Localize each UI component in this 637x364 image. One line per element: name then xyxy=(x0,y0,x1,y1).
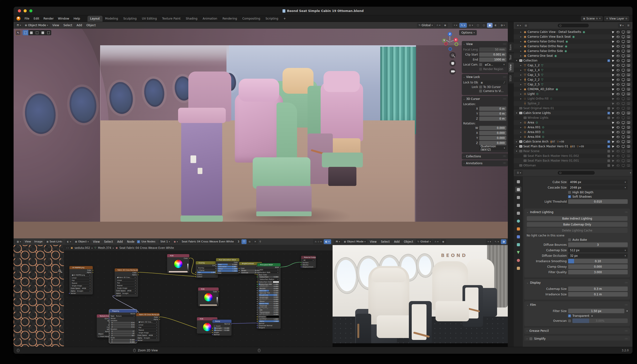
clamp-glossy-field[interactable]: 0.000 xyxy=(568,264,628,269)
disable-render-toggle-icon[interactable] xyxy=(627,93,630,95)
node-dropdown[interactable]: sRGB▾ xyxy=(81,287,91,290)
disable-render-toggle-icon[interactable] xyxy=(627,126,630,128)
gizmo-x-axis[interactable]: X xyxy=(454,38,458,42)
outliner-row[interactable]: ▸◉Camera Cabin View - Detail Seatbelts◉ xyxy=(514,30,632,34)
disable-render-toggle-icon[interactable] xyxy=(627,36,630,38)
input-socket[interactable] xyxy=(256,314,258,315)
value-slider[interactable]: Sheen Tint0.500 xyxy=(259,303,279,305)
zoom-viewport-button[interactable]: + xyxy=(450,52,456,58)
disable-viewport-toggle-icon[interactable] xyxy=(622,69,625,71)
npanel-checkbox-cameratovi[interactable] xyxy=(479,90,482,92)
disable-viewport-toggle-icon[interactable] xyxy=(622,74,625,76)
node-fabric-bump-a[interactable]: ⌄Fabric 02 Cross Bump.pngColorAlpha▣ Fab… xyxy=(114,268,138,297)
output-socket[interactable] xyxy=(218,291,220,292)
node-dropdown[interactable]: Flat▾ xyxy=(138,326,158,328)
cube-size-dropdown[interactable]: 4096 px▾ xyxy=(568,180,628,184)
output-socket[interactable] xyxy=(189,258,190,259)
node-uvmap-texture[interactable]: ⌄UV MAPRR.pngColorAlpha▣ UV MAPRR.png✕Li… xyxy=(69,266,93,295)
light-threshold-field[interactable]: 0.010 xyxy=(568,199,628,204)
npanel-field-z[interactable]: 0 m xyxy=(479,116,506,121)
npanel-field-w[interactable]: 0.000 xyxy=(479,126,506,130)
disable-viewport-toggle-icon[interactable] xyxy=(622,121,625,124)
animate-dot-icon[interactable] xyxy=(592,315,593,316)
transform-orientation[interactable]: ↻Global▾ xyxy=(417,23,434,28)
hide-viewport-toggle-icon[interactable] xyxy=(616,69,620,71)
disable-viewport-toggle-icon[interactable] xyxy=(622,88,625,90)
npanel-checkbox-renderregion[interactable] xyxy=(479,68,482,70)
disable-render-toggle-icon[interactable] xyxy=(627,102,630,105)
render-preview-canvas[interactable]: BEOND xyxy=(332,245,508,347)
hide-viewport-toggle-icon[interactable] xyxy=(616,150,620,152)
viewport-menu-object[interactable]: Object xyxy=(84,24,98,27)
expand-toggle[interactable]: ▸ xyxy=(520,83,522,86)
input-socket[interactable] xyxy=(256,307,258,309)
workspace-tab-shading[interactable]: Shading xyxy=(183,16,200,22)
selectable-toggle-icon[interactable] xyxy=(612,126,615,129)
expand-toggle[interactable]: ▾ xyxy=(515,59,518,62)
node-dropdown[interactable]: Straight▾ xyxy=(121,292,136,294)
image-zoom-gizmo[interactable]: + xyxy=(57,268,62,274)
expand-toggle[interactable]: ▸ xyxy=(520,64,522,66)
cubemap-size-field[interactable]: 0.3 m xyxy=(568,286,628,291)
value-slider[interactable]: Roughness0.900 xyxy=(259,294,279,296)
expand-toggle[interactable]: ▸ xyxy=(520,69,522,71)
gizmos-toggle[interactable]: ↖▾ xyxy=(460,23,467,28)
selectable-toggle-icon[interactable] xyxy=(612,121,615,124)
input-socket[interactable] xyxy=(108,331,110,332)
properties-tab-texture[interactable] xyxy=(515,265,522,271)
workspace-tab-texture-paint[interactable]: Texture Paint xyxy=(160,16,183,22)
properties-tab-object-data[interactable] xyxy=(515,250,522,255)
selectable-toggle-icon[interactable] xyxy=(612,40,615,43)
input-socket[interactable] xyxy=(238,270,240,271)
selectable-toggle-icon[interactable] xyxy=(612,30,615,33)
hide-viewport-toggle-icon[interactable] xyxy=(616,84,620,86)
n-panel-tab-ssgi[interactable]: SSGI xyxy=(508,74,514,84)
expand-toggle[interactable]: ▸ xyxy=(520,98,522,100)
node-material-output[interactable]: ⌄Material OutputAll▾SurfaceVolumeDisplac… xyxy=(301,256,316,268)
value-slider[interactable]: Distance0.100 xyxy=(214,330,230,331)
properties-tab-output[interactable] xyxy=(515,194,522,200)
image-datablock-field[interactable]: ▣ Fabric 02 Cros...✕ xyxy=(116,276,136,278)
proportional-editing-button[interactable]: ◉ xyxy=(440,239,446,244)
collection-exclude-checkbox[interactable]: ✓ xyxy=(608,112,610,114)
input-socket[interactable] xyxy=(212,334,213,336)
node-dropdown[interactable]: Linear▾ xyxy=(71,277,91,279)
value-slider[interactable]: Y0 m xyxy=(110,324,136,326)
value-slider[interactable]: Z0 m xyxy=(110,326,136,328)
input-socket[interactable] xyxy=(108,326,110,328)
value-slider[interactable]: X0 m xyxy=(110,322,136,324)
node-dropdown[interactable]: All▾ xyxy=(302,259,314,261)
node-snapping-group[interactable]: ∩⊹▾ xyxy=(313,239,323,244)
input-socket[interactable] xyxy=(256,274,258,276)
outliner-row[interactable]: ▸⊙Light Ortho Fill⊙ xyxy=(514,96,632,101)
shading-material-button[interactable]: ◐ xyxy=(493,23,498,28)
expand-toggle[interactable]: ▸ xyxy=(520,54,522,57)
value-slider[interactable]: Fac1.000 xyxy=(197,272,216,274)
disable-viewport-toggle-icon[interactable] xyxy=(622,93,625,95)
properties-options-icon[interactable]: ▾ xyxy=(630,172,631,174)
outliner-row[interactable]: ▸▽Cap_2_5▽ xyxy=(514,82,632,87)
workspace-tab-scripting[interactable]: Scripting xyxy=(263,16,281,22)
cascade-size-dropdown[interactable]: 2048 px▾ xyxy=(568,185,628,190)
image-canvas[interactable]: + xyxy=(14,245,64,347)
disable-render-toggle-icon[interactable] xyxy=(627,121,630,124)
disable-viewport-toggle-icon[interactable] xyxy=(622,160,625,162)
render-menu-object[interactable]: Object xyxy=(402,240,415,244)
output-socket[interactable] xyxy=(231,323,232,325)
disable-render-toggle-icon[interactable] xyxy=(627,69,630,71)
npanel-field-y[interactable]: 0.000 xyxy=(479,136,506,140)
input-socket[interactable] xyxy=(136,340,137,341)
disable-viewport-toggle-icon[interactable] xyxy=(622,136,625,138)
irradiance-size-field[interactable]: 0.1 m xyxy=(568,292,628,296)
color-swatch[interactable] xyxy=(200,304,217,306)
expand-toggle[interactable]: ▸ xyxy=(515,140,518,143)
overlays-toggle[interactable]: ◎▾ xyxy=(467,23,475,28)
disable-viewport-toggle-icon[interactable] xyxy=(622,107,625,110)
color-swatch[interactable] xyxy=(266,316,279,318)
outliner-row[interactable]: ▸◉Camera Cabin View Back Seat◉ xyxy=(514,34,632,39)
node-dropdown[interactable]: Overlay▾ xyxy=(197,267,216,269)
disable-render-toggle-icon[interactable] xyxy=(627,140,630,143)
outliner-row[interactable]: ▸▽Cap_1_4▽ xyxy=(514,68,632,72)
value-slider[interactable]: Anisotropic Rotation0.000 xyxy=(259,298,279,300)
minimize-window-button[interactable] xyxy=(24,9,27,12)
